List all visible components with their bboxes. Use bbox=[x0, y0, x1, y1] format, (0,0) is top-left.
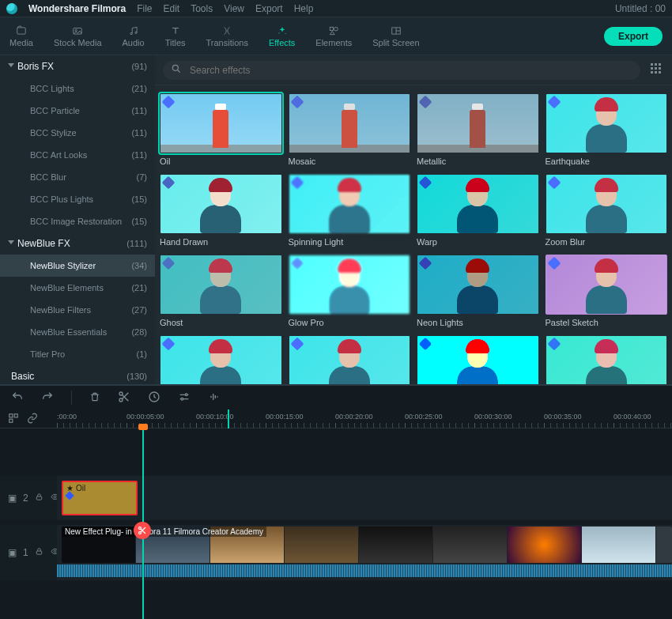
sidebar-item-bcc-art-looks[interactable]: BCC Art Looks(11) bbox=[0, 144, 155, 166]
effect-label: Mosaic bbox=[289, 157, 411, 166]
tab-stock-media[interactable]: Stock Media bbox=[54, 25, 102, 47]
lock-icon[interactable] bbox=[35, 547, 43, 558]
effect-thumbnail bbox=[546, 335, 668, 384]
speed-icon[interactable] bbox=[148, 391, 160, 406]
undo-icon[interactable] bbox=[11, 391, 24, 406]
effect-label: Spinning Light bbox=[289, 237, 411, 247]
category-basic[interactable]: Basic(130) bbox=[0, 365, 155, 384]
menu-edit[interactable]: Edit bbox=[163, 3, 179, 14]
effect-card-mosaic[interactable]: Mosaic bbox=[289, 93, 411, 166]
tab-transitions[interactable]: Transitions bbox=[206, 25, 248, 47]
main-panel: Boris FX(91)BCC Lights(21)BCC Particle(1… bbox=[0, 55, 672, 384]
view-grid-icon[interactable] bbox=[648, 61, 664, 79]
sidebar-item-count: (15) bbox=[131, 217, 147, 226]
sidebar-item-bcc-lights[interactable]: BCC Lights(21) bbox=[0, 77, 155, 100]
fx-clip-oil[interactable]: ★Oil bbox=[62, 481, 138, 515]
effect-card-oil[interactable]: Oil bbox=[160, 93, 282, 166]
sidebar-item-bcc-stylize[interactable]: BCC Stylize(11) bbox=[0, 122, 155, 144]
category-boris-fx[interactable]: Boris FX(91) bbox=[0, 55, 155, 77]
sidebar-item-titler-pro[interactable]: Titler Pro(1) bbox=[0, 343, 155, 365]
effect-thumbnail bbox=[546, 255, 668, 315]
effect-card-glow-pro[interactable]: Glow Pro bbox=[289, 255, 411, 327]
sidebar-item-label: NewBlue Elements bbox=[30, 283, 104, 293]
svg-rect-33 bbox=[36, 551, 41, 554]
effect-card-unnamed[interactable] bbox=[160, 335, 282, 384]
video-clip[interactable]: New Effect Plug- in Filmora 11 Filmora C… bbox=[62, 527, 672, 563]
link-icon[interactable] bbox=[27, 413, 38, 426]
effect-card-neon-lights[interactable]: Neon Lights bbox=[417, 255, 539, 327]
effects-sidebar[interactable]: Boris FX(91)BCC Lights(21)BCC Particle(1… bbox=[0, 55, 155, 384]
svg-rect-16 bbox=[659, 63, 661, 66]
redo-icon[interactable] bbox=[41, 391, 54, 406]
effect-card-warp[interactable]: Warp bbox=[417, 174, 539, 247]
sidebar-item-bcc-image-restoration[interactable]: BCC Image Restoration(15) bbox=[0, 210, 155, 232]
tab-label: Audio bbox=[123, 38, 145, 47]
sidebar-item-count: (21) bbox=[131, 84, 147, 93]
sidebar-item-bcc-particle[interactable]: BCC Particle(11) bbox=[0, 100, 155, 122]
tab-elements[interactable]: Elements bbox=[315, 25, 352, 47]
sidebar-item-bcc-blur[interactable]: BCC Blur(7) bbox=[0, 166, 155, 188]
sidebar-item-label: NewBlue Filters bbox=[30, 305, 91, 315]
lock-icon[interactable] bbox=[35, 493, 43, 504]
effect-card-earthquake[interactable]: Earthquake bbox=[546, 93, 668, 166]
sidebar-item-label: NewBlue Stylizer bbox=[30, 261, 96, 270]
playhead-cap-icon[interactable] bbox=[138, 424, 148, 430]
split-icon[interactable] bbox=[118, 391, 130, 406]
tracks-area[interactable]: ➘ ▣ 2 ★Oil ▣ 1 bbox=[0, 428, 672, 618]
ruler-tick: 00:00:30:00 bbox=[474, 413, 512, 421]
tab-media[interactable]: Media bbox=[9, 25, 33, 47]
tab-titles[interactable]: Titles bbox=[165, 25, 186, 47]
menu-help[interactable]: Help bbox=[294, 3, 314, 14]
effect-thumbnail bbox=[417, 255, 539, 315]
sidebar-item-count: (28) bbox=[131, 327, 147, 337]
tab-effects[interactable]: Effects bbox=[269, 25, 295, 47]
menu-file[interactable]: File bbox=[137, 3, 152, 14]
menu-export[interactable]: Export bbox=[255, 3, 283, 14]
effect-card-unnamed[interactable] bbox=[417, 335, 539, 384]
svg-rect-15 bbox=[655, 63, 657, 66]
effect-label: Ghost bbox=[160, 318, 282, 327]
track-video-header[interactable]: ▣ 1 bbox=[0, 525, 57, 580]
effect-card-metallic[interactable]: Metallic bbox=[417, 93, 539, 166]
effect-card-ghost[interactable]: Ghost bbox=[160, 255, 282, 327]
audio-adjust-icon[interactable] bbox=[208, 391, 221, 406]
sidebar-item-newblue-filters[interactable]: NewBlue Filters(27) bbox=[0, 299, 155, 321]
effect-card-zoom-blur[interactable]: Zoom Blur bbox=[546, 174, 668, 247]
effect-card-unnamed[interactable] bbox=[546, 335, 668, 384]
effect-thumbnail bbox=[289, 335, 411, 384]
export-button[interactable]: Export bbox=[604, 27, 663, 46]
tab-audio[interactable]: Audio bbox=[123, 25, 145, 47]
menu-view[interactable]: View bbox=[224, 3, 244, 14]
delete-icon[interactable] bbox=[89, 391, 100, 406]
effect-label: Glow Pro bbox=[289, 318, 411, 327]
category-newblue-fx[interactable]: NewBlue FX(111) bbox=[0, 232, 155, 255]
effect-thumbnail bbox=[546, 174, 668, 234]
track-manager-icon[interactable] bbox=[8, 413, 19, 426]
track-fx-body[interactable]: ★Oil bbox=[57, 476, 672, 520]
tab-label: Split Screen bbox=[372, 38, 419, 47]
adjust-icon[interactable] bbox=[178, 391, 191, 406]
effects-grid-scroll[interactable]: OilMosaicMetallicEarthquakeHand DrawnSpi… bbox=[155, 85, 672, 384]
effect-card-spinning-light[interactable]: Spinning Light bbox=[289, 174, 411, 247]
search-input[interactable] bbox=[188, 64, 632, 77]
sidebar-item-newblue-elements[interactable]: NewBlue Elements(21) bbox=[0, 277, 155, 299]
menu-tools[interactable]: Tools bbox=[191, 3, 213, 14]
track-fx-header[interactable]: ▣ 2 bbox=[0, 476, 57, 520]
toolbar: MediaStock MediaAudioTitlesTransitionsEf… bbox=[0, 17, 672, 55]
sidebar-item-newblue-stylizer[interactable]: NewBlue Stylizer(34) bbox=[0, 255, 155, 277]
sidebar-item-bcc-plus-lights[interactable]: BCC Plus Lights(15) bbox=[0, 188, 155, 210]
effect-card-hand-drawn[interactable]: Hand Drawn bbox=[160, 174, 282, 247]
effect-card-unnamed[interactable] bbox=[289, 335, 411, 384]
scissors-icon[interactable] bbox=[134, 522, 151, 539]
effect-card-pastel-sketch[interactable]: Pastel Sketch bbox=[546, 255, 668, 327]
search-field[interactable] bbox=[163, 61, 640, 80]
tab-split-screen[interactable]: Split Screen bbox=[372, 25, 419, 47]
sidebar-item-label: BCC Stylize bbox=[30, 128, 77, 138]
ruler[interactable]: :00:0000:00:05:0000:00:10:0000:00:15:000… bbox=[57, 410, 672, 428]
timeline-toolbar bbox=[0, 386, 672, 410]
sidebar-item-newblue-essentials[interactable]: NewBlue Essentials(28) bbox=[0, 321, 155, 343]
ruler-tick: :00:00 bbox=[57, 413, 77, 421]
sidebar-item-count: (15) bbox=[131, 194, 147, 204]
svg-rect-20 bbox=[651, 71, 653, 74]
app-logo-icon bbox=[6, 3, 17, 14]
